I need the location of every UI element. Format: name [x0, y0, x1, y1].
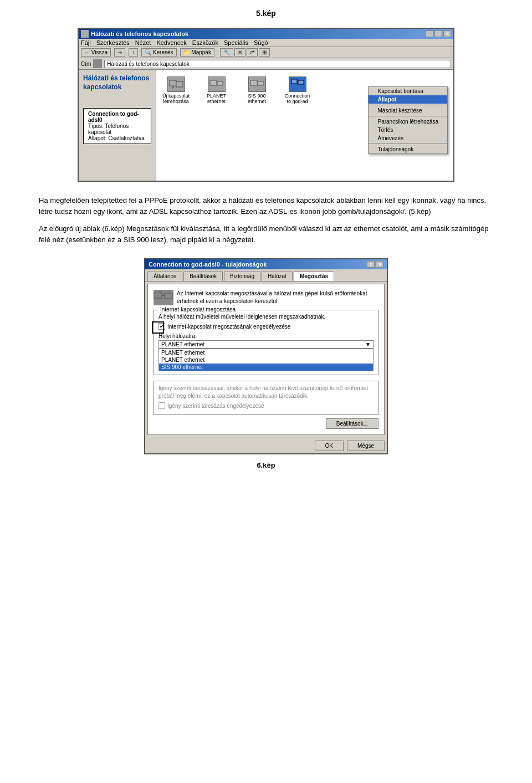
svg-rect-3	[210, 80, 217, 85]
helyi-label: Helyi hálózatra:	[158, 333, 374, 339]
close-button[interactable]: ✕	[443, 30, 451, 37]
svg-rect-5	[250, 80, 257, 85]
menu-file[interactable]: Fájl	[81, 39, 91, 46]
section-note: A helyi hálózat műveletei műveletei idei…	[158, 314, 374, 320]
svg-rect-4	[217, 81, 223, 85]
dialog-help-button[interactable]: ?	[367, 261, 375, 268]
icon-new-connection[interactable]: + Új kapcsolat létrehozása	[161, 76, 191, 104]
conn-status: Állapot: Csatlakoztatva	[88, 135, 146, 141]
sharing-icon	[154, 290, 173, 305]
checkbox-container: Internet-kapcsolat megosztásának engedél…	[158, 323, 374, 330]
svg-rect-6	[258, 81, 263, 85]
maximize-button[interactable]: □	[434, 30, 442, 37]
main-area: + Új kapcsolat létrehozása PLANET ethern…	[156, 70, 453, 181]
info-text: Az Internet-kapcsolat megosztásával a há…	[177, 290, 378, 305]
icon-connection-godad[interactable]: Connection to god-ad	[282, 76, 313, 104]
conn-type: Típus: Telefonos kapcsolat	[88, 123, 146, 135]
on-demand-note: Igény szerinti tárcsázással, amikor a he…	[158, 385, 374, 400]
menu-bar: Fájl Szerkesztés Nézet Kedvencek Eszközö…	[79, 39, 453, 47]
svg-rect-10	[154, 292, 162, 298]
titlebar-buttons: _ □ ✕	[426, 30, 451, 37]
window-icon	[81, 30, 89, 38]
ctx-properties[interactable]: Tulajdonságok	[369, 145, 447, 153]
menu-help[interactable]: Súgó	[254, 39, 268, 46]
sis900-label: SIS 900 ethernet	[242, 93, 272, 104]
dialog-tabs: Általános Beállítások Biztonság Hálózat …	[145, 269, 387, 282]
tab-network[interactable]: Hálózat	[262, 272, 293, 281]
toolbar-extra2[interactable]: ✕	[234, 48, 245, 57]
address-icon	[93, 59, 102, 68]
toolbar: ← Vissza ⇒ ↑ 🔍 Keresés 📁 Mappák 🔧 ✕ ⇌ ⊞	[79, 47, 453, 58]
icon-sis900-ethernet[interactable]: SIS 900 ethernet	[242, 76, 272, 104]
ok-button[interactable]: OK	[315, 441, 344, 451]
connection-info-box: Connection to god-adsl0 Típus: Telefonos…	[83, 108, 151, 144]
folders-button[interactable]: 📁 Mappák	[180, 48, 214, 57]
section-legend: Internet-kapcsolat megosztása	[158, 306, 237, 313]
ctx-disconnect[interactable]: Kapcsolat bontása	[369, 87, 447, 95]
address-bar: Cím Hálózati és telefonos kapcsolatok	[79, 58, 453, 70]
dropdown-container: PLANET ethernet ▼ PLANET ethernet PLANET…	[158, 340, 374, 371]
minimize-button[interactable]: _	[426, 30, 433, 37]
bottom-caption: 6.kép	[0, 461, 532, 469]
on-demand-checkbox[interactable]	[158, 402, 165, 409]
toolbar-extra1[interactable]: 🔧	[220, 48, 233, 57]
cancel-button[interactable]: Mégse	[347, 441, 385, 451]
tab-general[interactable]: Általános	[147, 272, 182, 281]
menu-edit[interactable]: Szerkesztés	[96, 39, 130, 46]
forward-button[interactable]: ⇒	[114, 48, 125, 57]
option-sis900[interactable]: SIS 900 ethernet	[159, 364, 373, 371]
tab-security[interactable]: Biztonság	[224, 272, 260, 281]
conn-title: Connection to god-adsl0	[88, 111, 146, 123]
option-planet1[interactable]: PLANET ethernet	[159, 349, 373, 356]
sidebar-title: Hálózati és telefonos kapcsolatok	[83, 74, 151, 91]
on-demand-row: Igény szerinti tárcsázás engedélyezése	[158, 402, 374, 409]
back-button[interactable]: ← Vissza	[81, 48, 111, 57]
godad-icon	[289, 76, 306, 92]
dialog-close-button[interactable]: ✕	[376, 261, 383, 268]
svg-text:+: +	[171, 86, 173, 90]
dialog-titlebar: Connection to god-adsl0 - tulajdonságok …	[145, 259, 387, 269]
godad-label: Connection to god-ad	[282, 93, 313, 104]
dropdown-list: PLANET ethernet PLANET ethernet SIS 900 …	[158, 349, 374, 371]
menu-special[interactable]: Speciális	[224, 39, 248, 46]
dialog-titlebar-buttons: ? ✕	[367, 261, 383, 268]
top-screenshot: Hálózati és telefonos kapcsolatok _ □ ✕ …	[78, 28, 454, 182]
tab-settings[interactable]: Beállítások	[183, 272, 223, 281]
ctx-shortcut[interactable]: Parancsikon létrehozása	[369, 117, 447, 126]
svg-rect-1	[176, 81, 183, 87]
sis900-icon	[248, 76, 266, 92]
new-connection-icon: +	[167, 76, 185, 92]
tab-sharing[interactable]: Megosztás	[294, 272, 334, 281]
svg-rect-7	[291, 79, 297, 84]
body-paragraph-1: Ha megfelelően telepítetted fel a PPPoE …	[39, 195, 493, 217]
address-input[interactable]: Hálózati és telefonos kapcsolatok	[104, 60, 451, 68]
menu-view[interactable]: Nézet	[135, 39, 151, 46]
body-paragraph-2: Az előugró új ablak (6.kép) Megosztások …	[39, 223, 493, 245]
ctx-sep3	[369, 144, 447, 144]
helyi-row: Helyi hálózatra: PLANET ethernet ▼ PLANE…	[158, 333, 374, 371]
settings-button[interactable]: Beállítások...	[326, 418, 378, 429]
ctx-status[interactable]: Állapot	[369, 95, 447, 104]
helyi-select[interactable]: PLANET ethernet ▼	[158, 340, 374, 349]
ctx-rename[interactable]: Átnevezés	[369, 134, 447, 142]
on-demand-label: Igény szerinti tárcsázás engedélyezése	[167, 403, 264, 409]
ctx-sep2	[369, 116, 447, 116]
menu-favorites[interactable]: Kedvencek	[156, 39, 186, 46]
window-title: Hálózati és telefonos kapcsolatok	[91, 30, 188, 37]
circle-annotation	[152, 321, 164, 334]
option-planet2[interactable]: PLANET ethernet	[159, 356, 373, 364]
search-button[interactable]: 🔍 Keresés	[141, 48, 176, 57]
icon-planet-ethernet[interactable]: PLANET ethernet	[201, 76, 232, 104]
dropdown-arrow: ▼	[365, 341, 371, 347]
svg-rect-0	[170, 80, 176, 86]
toolbar-extra4[interactable]: ⊞	[259, 48, 270, 57]
dialog-buttons: OK Mégse	[145, 437, 387, 453]
ctx-copy[interactable]: Másolat készítése	[369, 106, 447, 115]
settings-row: Beállítások...	[154, 418, 378, 429]
ctx-delete[interactable]: Törlés	[369, 126, 447, 134]
up-button[interactable]: ↑	[129, 48, 138, 57]
top-caption: 5.kép	[0, 9, 532, 18]
menu-tools[interactable]: Eszközök	[192, 39, 218, 46]
enable-sharing-row: Internet-kapcsolat megosztásának engedél…	[158, 323, 374, 330]
toolbar-extra3[interactable]: ⇌	[247, 48, 258, 57]
